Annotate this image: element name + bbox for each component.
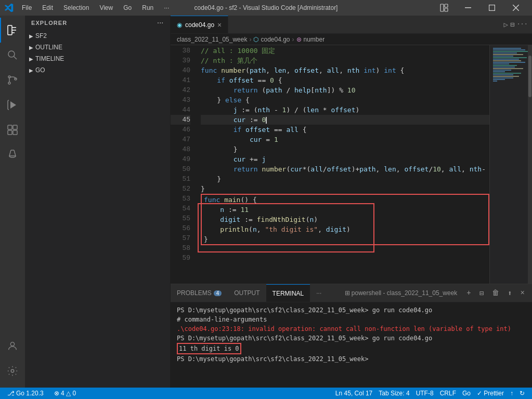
svg-rect-14 <box>8 125 12 129</box>
terminal-title: ⊞ powershell - class_2022_11_05_week <box>345 289 458 297</box>
breadcrumb-sep1: › <box>249 36 251 43</box>
statusbar-sync[interactable]: ↑ <box>507 388 516 399</box>
window-controls <box>432 0 528 16</box>
minimize-btn[interactable] <box>456 0 480 16</box>
statusbar-language[interactable]: Go <box>459 388 474 399</box>
svg-rect-2 <box>445 8 448 11</box>
code-line-47: cur = 1 <box>201 135 489 144</box>
code-line-43: } else { <box>201 95 489 105</box>
sidebar-item-go[interactable]: ▶ GO <box>25 64 170 76</box>
code-line-38: // all : 10000 固定 <box>201 46 489 56</box>
statusbar-feedback[interactable]: ↻ <box>516 388 528 399</box>
code-line-58: } <box>204 234 488 244</box>
menu-view[interactable]: View <box>95 3 117 12</box>
tab-problems[interactable]: PROBLEMS 4 <box>171 284 228 302</box>
statusbar-branch[interactable]: ⎇ Go 1.20.3 <box>4 388 47 399</box>
sidebar-more-btn[interactable]: ··· <box>158 20 164 26</box>
editor-more-btn[interactable]: ··· <box>516 21 528 28</box>
menu-file[interactable]: File <box>18 3 36 12</box>
sidebar: EXPLORER ··· ▶ SF2 ▶ OUTLINE ▶ TIMELINE … <box>25 16 171 388</box>
redbox-mid2: digit := findNthDigit(n) <box>201 215 489 224</box>
statusbar-position[interactable]: Ln 45, Col 17 <box>332 388 375 399</box>
layout-btn[interactable] <box>432 0 456 16</box>
test-icon[interactable] <box>0 142 25 167</box>
statusbar-prettier[interactable]: ✓ Prettier <box>474 388 507 399</box>
statusbar-encoding[interactable]: UTF-8 <box>413 388 437 399</box>
breadcrumb-symbol-icon: ⊛ <box>296 36 302 43</box>
kill-terminal-btn[interactable]: 🗑 <box>489 287 502 299</box>
tab-output[interactable]: OUTPUT <box>228 284 266 302</box>
breadcrumb-file[interactable]: ⬡ <box>253 36 258 43</box>
svg-rect-16 <box>8 130 12 135</box>
terminal-line-2: # command-line-arguments <box>177 315 526 324</box>
tab-terminal[interactable]: TERMINAL <box>266 284 310 302</box>
new-terminal-btn[interactable]: + <box>463 287 474 299</box>
terminal-line-3: .\code04.go:23:18: invalid operation: ca… <box>177 324 526 334</box>
split-editor-btn[interactable]: ⊟ <box>510 20 514 29</box>
terminal-result-redbox: 11 th digit is 0 <box>177 343 241 354</box>
sidebar-item-timeline[interactable]: ▶ TIMELINE <box>25 53 170 64</box>
maximize-panel-btn[interactable]: ⬆ <box>504 287 515 300</box>
chevron-right-icon: ▶ <box>29 56 33 62</box>
go-file-icon: ◉ <box>177 21 182 29</box>
explorer-icon[interactable] <box>0 18 25 43</box>
titlebar: File Edit Selection View Go Run ··· code… <box>0 0 532 16</box>
redbox-bot: } <box>201 234 489 245</box>
breadcrumb-symbol[interactable]: number <box>304 36 325 43</box>
chevron-right-icon: ▶ <box>29 33 33 39</box>
menu-run[interactable]: Run <box>138 3 158 12</box>
editor-content: 38 39 40 41 42 43 44 45 46 47 48 49 50 5… <box>171 45 489 284</box>
editor-toolbar: ▷ ⊟ ··· <box>500 16 532 33</box>
source-control-icon[interactable] <box>0 68 25 92</box>
panel: PROBLEMS 4 OUTPUT TERMINAL ··· <box>171 284 532 388</box>
titlebar-menus: File Edit Selection View Go Run ··· <box>18 3 173 12</box>
code-line-40: func number(path, len, offset, all, nth … <box>201 65 489 75</box>
statusbar-go-version: Go 1.20.3 <box>16 390 44 397</box>
statusbar-tabsize[interactable]: Tab Size: 4 <box>375 388 412 399</box>
terminal-content[interactable]: PS D:\mysetup\gopath\src\sf2\class_2022_… <box>171 302 532 388</box>
code-editor[interactable]: // all : 10000 固定 // nth : 第几个 func numb… <box>197 45 489 284</box>
menu-go[interactable]: Go <box>119 3 136 12</box>
settings-icon[interactable] <box>0 358 25 383</box>
tab-code04[interactable]: ◉ code04.go × <box>171 16 228 33</box>
code-line-44: j := (nth - 1) / (len * offset) <box>201 105 489 115</box>
main-layout: EXPLORER ··· ▶ SF2 ▶ OUTLINE ▶ TIMELINE … <box>0 16 532 388</box>
redbox-mid3: println(n, "th digit is", digit) <box>201 224 489 234</box>
terminal-line-6: PS D:\mysetup\gopath\src\sf2\class_2022_… <box>177 354 526 364</box>
statusbar-eol[interactable]: CRLF <box>437 388 459 399</box>
code-line-56: digit := findNthDigit(n) <box>204 215 488 224</box>
run-debug-icon[interactable] <box>0 92 25 117</box>
code-line-52: } <box>201 184 489 194</box>
extensions-icon[interactable] <box>0 117 25 142</box>
svg-rect-15 <box>13 125 17 129</box>
svg-point-8 <box>8 51 15 57</box>
tab-close-btn[interactable]: × <box>217 21 222 29</box>
split-terminal-btn[interactable]: ⊟ <box>476 287 487 300</box>
terminal-line-1: PS D:\mysetup\gopath\src\sf2\class_2022_… <box>177 305 526 315</box>
code-line-55: n := 11 <box>204 205 488 215</box>
close-panel-btn[interactable]: × <box>517 287 528 299</box>
panel-tabs-left: PROBLEMS 4 OUTPUT TERMINAL ··· <box>171 284 328 302</box>
activity-bar <box>0 16 25 388</box>
run-file-btn[interactable]: ▷ <box>504 20 508 29</box>
menu-edit[interactable]: Edit <box>38 3 57 12</box>
menu-selection[interactable]: Selection <box>59 3 93 12</box>
svg-rect-3 <box>465 7 471 8</box>
search-icon[interactable] <box>0 43 25 68</box>
code-line-46: if offset == all { <box>201 125 489 135</box>
code-line-45: cur := 0 <box>201 115 489 125</box>
breadcrumb-folder[interactable]: class_2022_11_05_week <box>177 36 247 43</box>
tab-panel-more[interactable]: ··· <box>310 284 328 302</box>
svg-line-9 <box>14 57 17 60</box>
statusbar-errors[interactable]: ⊗ 4 △ 0 <box>51 388 79 399</box>
maximize-btn[interactable] <box>480 0 504 16</box>
minimap-content <box>490 45 532 84</box>
window-title: code04.go - sf2 - Visual Studio Code [Ad… <box>194 4 338 11</box>
breadcrumb-file-label: code04.go <box>261 36 290 43</box>
sidebar-item-outline[interactable]: ▶ OUTLINE <box>25 42 170 53</box>
sidebar-item-sf2[interactable]: ▶ SF2 <box>25 30 170 42</box>
close-btn[interactable] <box>504 0 528 16</box>
menu-more[interactable]: ··· <box>160 3 173 12</box>
account-icon[interactable] <box>0 334 25 358</box>
git-branch-icon: ⎇ <box>7 390 15 397</box>
